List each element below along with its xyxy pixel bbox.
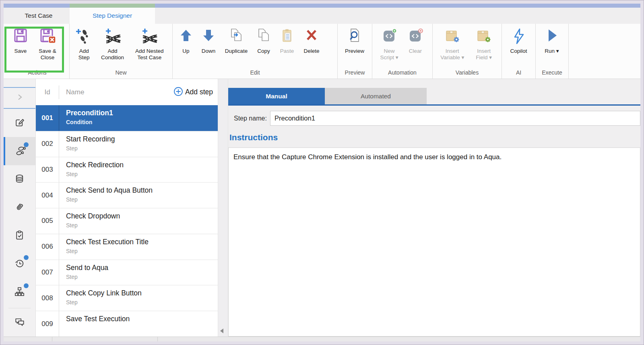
ribbon-toolbar: Save Save & Close Actions Add Step Add C…	[4, 24, 640, 79]
notification-dot	[24, 142, 29, 147]
tab-test-case[interactable]: Test Case	[8, 8, 70, 24]
add-nested-test-case-label: Add Nested Test Case	[135, 48, 164, 61]
sidebar-item-data[interactable]	[4, 165, 35, 193]
collapse-left-triangle-icon[interactable]	[220, 328, 223, 333]
scrollbar-segment-divider	[157, 337, 158, 341]
tab-manual[interactable]: Manual	[228, 88, 325, 104]
step-row-name: Send to Aqua	[66, 264, 218, 272]
paste-button[interactable]: Paste	[275, 27, 299, 54]
step-row-001[interactable]: 001 Precondition1Condition	[36, 105, 218, 131]
ribbon-group-preview: Preview Preview	[338, 24, 372, 79]
save-button[interactable]: Save	[8, 27, 33, 54]
step-row-name: Start Recording	[66, 135, 218, 143]
arrow-up-icon	[177, 27, 195, 47]
bottom-scrollbar[interactable]	[4, 337, 640, 341]
step-row-005[interactable]: 005 Check DropdownStep	[36, 208, 218, 234]
tab-automated[interactable]: Automated	[325, 88, 427, 104]
copilot-button[interactable]: Copilot	[505, 27, 533, 54]
add-step-button[interactable]: Add Step	[72, 27, 95, 61]
delete-button[interactable]: Delete	[299, 27, 324, 54]
sidebar-expand-button[interactable]	[4, 87, 35, 109]
step-name-input[interactable]	[270, 111, 640, 126]
copy-button[interactable]: Copy	[252, 27, 275, 54]
ribbon-group-label-actions: Actions	[8, 68, 66, 79]
preview-button[interactable]: Preview	[341, 27, 369, 54]
step-row-name: Check Send to Aqua Button	[66, 186, 218, 195]
edit-pencil-icon	[14, 117, 25, 129]
clear-script-label: Clear	[409, 48, 422, 54]
duplicate-icon	[227, 27, 246, 47]
step-row-007[interactable]: 007 Send to AquaStep	[36, 260, 218, 285]
step-row-type: Step	[66, 222, 218, 229]
delete-label: Delete	[303, 48, 319, 54]
sidebar-item-steps[interactable]	[4, 137, 35, 165]
step-row-name: Precondition1	[66, 109, 218, 117]
move-down-button[interactable]: Down	[196, 27, 221, 54]
copilot-label: Copilot	[510, 48, 527, 54]
notification-dot	[24, 255, 29, 260]
step-name-label: Step name:	[234, 115, 270, 122]
history-icon	[14, 258, 25, 270]
copilot-icon	[510, 27, 528, 47]
preview-icon	[345, 27, 364, 47]
run-icon	[543, 27, 561, 47]
new-script-button[interactable]: New Script ▾	[375, 27, 403, 61]
sidebar-item-attachments[interactable]	[4, 193, 35, 222]
run-label: Run ▾	[545, 48, 559, 54]
move-up-label: Up	[182, 48, 189, 54]
step-editor-panel: Manual Automated Step name: Instructions…	[228, 79, 640, 337]
insert-variable-button[interactable]: Insert Variable ▾	[436, 27, 469, 61]
panel-splitter[interactable]	[218, 79, 228, 337]
step-row-009[interactable]: 009 Save Test Execution	[36, 311, 218, 337]
save-close-button[interactable]: Save & Close	[33, 27, 62, 61]
step-list-header: Id Name Add step	[36, 79, 218, 105]
collapse-chevron-icon	[14, 92, 25, 104]
ribbon-group-edit: Up Down Duplicate Copy Paste	[173, 24, 338, 79]
step-row-006[interactable]: 006 Check Test Execution TitleStep	[36, 234, 218, 260]
step-row-type: Step	[66, 171, 218, 177]
instructions-editor[interactable]: Ensure that the Capture Chrome Extension…	[228, 148, 640, 337]
sidebar-item-tasks[interactable]	[4, 222, 35, 250]
insert-field-label: Insert Field ▾	[476, 48, 492, 61]
move-up-button[interactable]: Up	[175, 27, 196, 54]
sidebar-item-edit[interactable]	[4, 109, 35, 137]
duplicate-button[interactable]: Duplicate	[221, 27, 252, 54]
add-nested-test-case-button[interactable]: Add Nested Test Case	[130, 27, 169, 61]
step-row-type: Step	[66, 274, 218, 280]
clear-script-button[interactable]: Clear	[403, 27, 427, 54]
delete-icon	[302, 27, 321, 47]
tab-step-designer[interactable]: Step Designer	[70, 8, 155, 24]
insert-variable-icon	[443, 27, 462, 47]
step-row-id: 004	[36, 183, 59, 208]
step-row-type: Step	[66, 248, 218, 254]
step-row-003[interactable]: 003 Check RedirectionStep	[36, 157, 218, 183]
step-row-004[interactable]: 004 Check Send to Aqua ButtonStep	[36, 182, 218, 208]
column-header-name[interactable]: Name	[59, 85, 173, 99]
step-row-name: Check Copy Link Button	[66, 289, 218, 297]
step-row-name: Save Test Execution	[66, 315, 218, 323]
step-row-name: Check Redirection	[66, 161, 218, 169]
step-row-id: 005	[36, 208, 59, 234]
step-row-type: Step	[66, 145, 218, 152]
insert-variable-label: Insert Variable ▾	[440, 48, 464, 61]
ribbon-group-actions: Save Save & Close Actions	[5, 24, 70, 79]
sidebar-divider	[8, 308, 31, 308]
step-row-id: 006	[36, 234, 59, 260]
sitemap-icon	[14, 286, 25, 299]
copy-label: Copy	[257, 48, 270, 54]
sidebar-item-dependencies[interactable]	[4, 278, 35, 306]
ribbon-group-label-edit: Edit	[175, 68, 334, 79]
insert-field-button[interactable]: Insert Field ▾	[469, 27, 499, 61]
add-condition-button[interactable]: Add Condition	[95, 27, 129, 61]
add-step-list-button[interactable]: Add step	[173, 87, 213, 98]
notification-dot	[24, 283, 29, 288]
add-step-label: Add Step	[78, 48, 90, 61]
step-row-008[interactable]: 008 Check Copy Link ButtonStep	[36, 285, 218, 311]
column-header-id[interactable]: Id	[36, 88, 59, 96]
run-button[interactable]: Run ▾	[539, 27, 565, 54]
sidebar-item-history[interactable]	[4, 250, 35, 278]
step-row-type: Condition	[66, 119, 218, 125]
ribbon-group-new: Add Step Add Condition Add Nested Test C…	[70, 24, 173, 79]
sidebar-item-comments[interactable]	[4, 310, 35, 335]
step-row-002[interactable]: 002 Start RecordingStep	[36, 131, 218, 157]
